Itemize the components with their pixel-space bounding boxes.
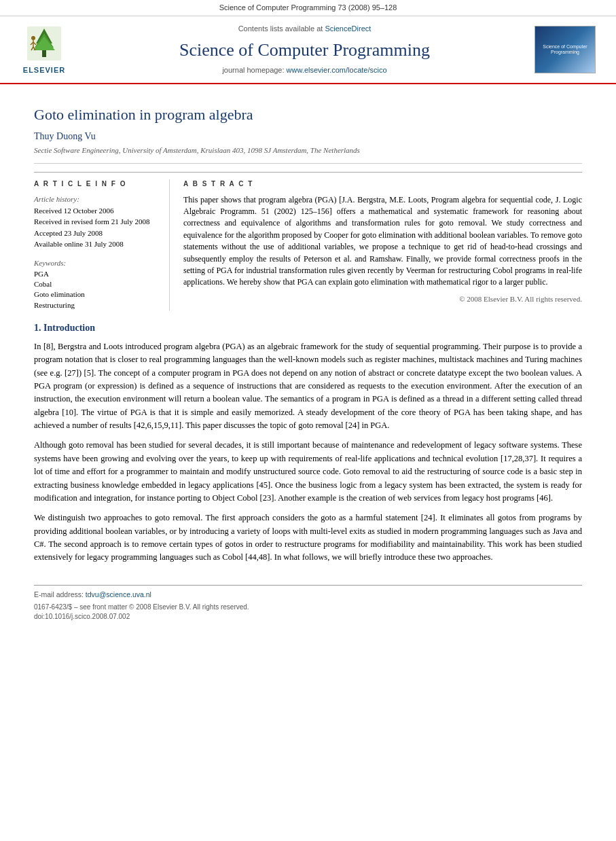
main-content: Goto elimination in program algebra Thuy… <box>0 84 616 635</box>
keyword-restructuring: Restructuring <box>34 300 160 310</box>
keyword-pga: PGA <box>34 269 160 279</box>
footer-doi: doi:10.1016/j.scico.2008.07.002 <box>34 612 582 622</box>
journal-cover-image: Science of Computer Programming <box>535 26 596 73</box>
history-label: Article history: <box>34 194 160 204</box>
contents-available: Contents lists available at ScienceDirec… <box>81 24 528 34</box>
available-date: Available online 31 July 2008 <box>34 239 160 249</box>
footer: E-mail address: tdvu@science.uva.nl 0167… <box>34 585 582 622</box>
keywords-label: Keywords: <box>34 259 66 267</box>
section-1-heading: 1. Introduction <box>34 321 582 335</box>
article-info-abstract-section: A R T I C L E I N F O Article history: R… <box>34 172 582 311</box>
intro-paragraph-2: Although goto removal has been studied f… <box>34 439 582 505</box>
homepage-link[interactable]: www.elsevier.com/locate/scico <box>287 66 387 74</box>
email-link[interactable]: tdvu@science.uva.nl <box>86 590 151 598</box>
paper-title: Goto elimination in program algebra <box>34 105 582 126</box>
elsevier-brand-text: ELSEVIER <box>23 65 65 75</box>
copyright-notice: © 2008 Elsevier B.V. All rights reserved… <box>183 294 582 304</box>
page-wrapper: Science of Computer Programming 73 (2008… <box>0 0 616 635</box>
received-date-2: Received in revised form 21 July 2008 <box>34 217 160 227</box>
intro-paragraph-1: In [8], Bergstra and Loots introduced pr… <box>34 340 582 433</box>
accepted-date: Accepted 23 July 2008 <box>34 228 160 238</box>
intro-paragraph-3: We distinguish two approaches to goto re… <box>34 512 582 565</box>
introduction-section: 1. Introduction In [8], Bergstra and Loo… <box>34 321 582 565</box>
author-affiliation: Sectie Software Engineering, University … <box>34 145 582 163</box>
received-date-1: Received 12 October 2006 <box>34 206 160 216</box>
abstract-text: This paper shows that program algebra (P… <box>183 194 582 289</box>
journal-citation: Science of Computer Programming 73 (2008… <box>0 0 616 16</box>
citation-text: Science of Computer Programming 73 (2008… <box>219 3 397 12</box>
keyword-cobal: Cobal <box>34 279 160 289</box>
journal-header: ELSEVIER Contents lists available at Sci… <box>0 16 616 84</box>
journal-title: Science of Computer Programming <box>81 38 528 62</box>
article-info-column: A R T I C L E I N F O Article history: R… <box>34 179 170 311</box>
abstract-label: A B S T R A C T <box>183 179 582 189</box>
keywords-section: Keywords: PGA Cobal Goto elimination Res… <box>34 257 160 311</box>
footer-license-text: 0167-6423/$ – see front matter © 2008 El… <box>34 603 582 612</box>
journal-homepage: journal homepage: www.elsevier.com/locat… <box>81 65 528 75</box>
sciencedirect-link[interactable]: ScienceDirect <box>325 24 371 33</box>
journal-cover-area: Science of Computer Programming <box>535 26 602 73</box>
elsevier-tree-icon <box>24 23 65 64</box>
article-history: Article history: Received 12 October 200… <box>34 194 160 250</box>
keyword-goto: Goto elimination <box>34 289 160 300</box>
article-info-label: A R T I C L E I N F O <box>34 179 160 189</box>
abstract-column: A B S T R A C T This paper shows that pr… <box>183 179 582 311</box>
elsevier-logo: ELSEVIER <box>14 23 75 75</box>
svg-point-5 <box>31 36 35 40</box>
footer-email: E-mail address: tdvu@science.uva.nl <box>34 590 582 600</box>
journal-title-area: Contents lists available at ScienceDirec… <box>81 24 528 76</box>
author-name: Thuy Duong Vu <box>34 130 582 143</box>
elsevier-logo-area: ELSEVIER <box>14 23 75 75</box>
